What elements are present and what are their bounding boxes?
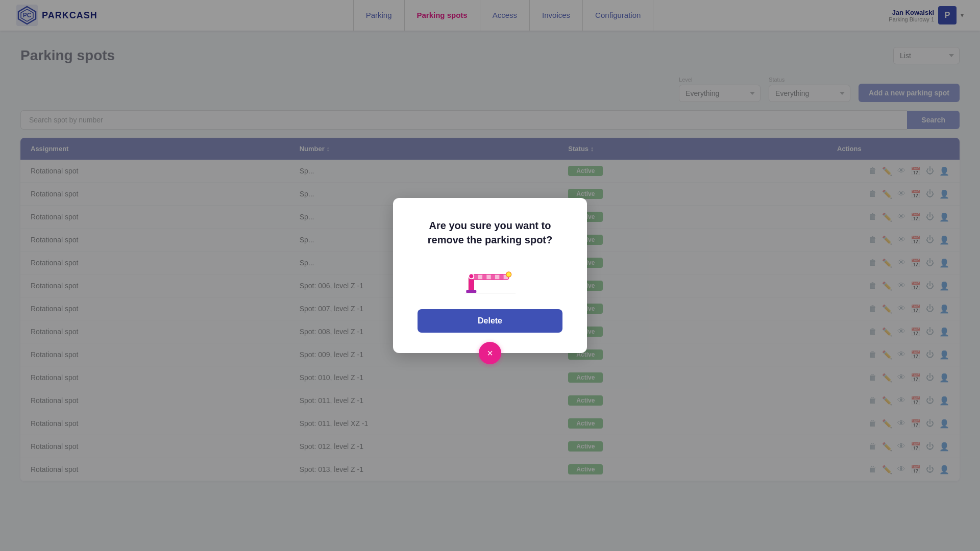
svg-point-11 — [469, 273, 474, 279]
barrier-illustration — [464, 259, 516, 295]
modal-overlay[interactable]: Are you sure you want to remove the park… — [0, 0, 980, 497]
svg-point-12 — [506, 272, 511, 277]
svg-rect-7 — [474, 274, 478, 280]
svg-rect-10 — [499, 274, 503, 280]
barrier-svg — [464, 259, 516, 293]
close-modal-button[interactable]: × — [479, 342, 501, 364]
delete-button[interactable]: Delete — [418, 309, 562, 333]
svg-rect-9 — [491, 274, 495, 280]
svg-rect-8 — [482, 274, 486, 280]
svg-rect-5 — [466, 290, 476, 293]
delete-confirmation-modal: Are you sure you want to remove the park… — [393, 198, 587, 353]
modal-title: Are you sure you want to remove the park… — [418, 218, 562, 247]
